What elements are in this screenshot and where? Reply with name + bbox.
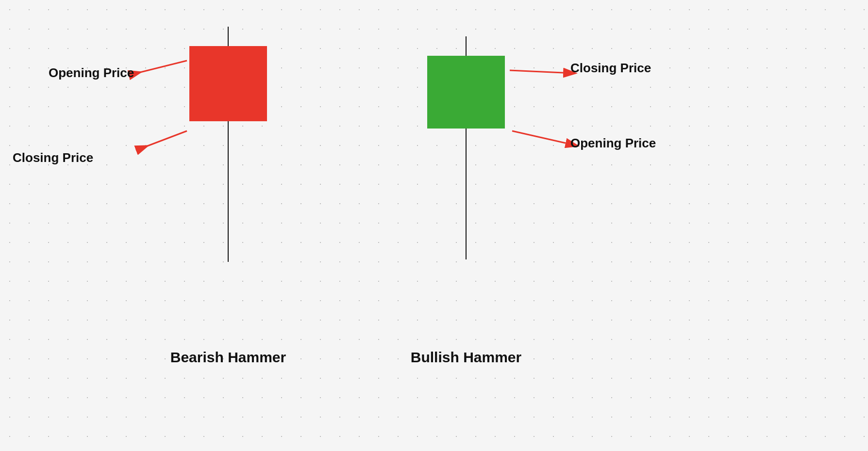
bullish-opening-arrow <box>512 131 566 143</box>
bullish-body <box>427 56 505 129</box>
bullish-upper-wick <box>466 36 467 56</box>
bullish-closing-arrow <box>510 70 563 73</box>
bearish-body <box>189 46 267 121</box>
bullish-hammer-title: Bullish Hammer <box>398 349 534 366</box>
bullish-opening-price-label: Opening Price <box>570 136 656 151</box>
bearish-opening-price-label: Opening Price <box>49 65 134 81</box>
bearish-candle <box>189 46 267 121</box>
bearish-upper-wick <box>228 27 229 46</box>
bearish-closing-arrow <box>136 131 187 150</box>
bullish-closing-price-label: Closing Price <box>570 61 651 76</box>
bullish-lower-wick <box>466 129 467 259</box>
bearish-hammer-title: Bearish Hammer <box>160 349 296 366</box>
bearish-lower-wick <box>228 121 229 262</box>
diagram-container: Opening Price Closing Price Closing Pric… <box>0 0 868 451</box>
bearish-opening-arrow <box>129 61 187 75</box>
bearish-closing-price-label: Closing Price <box>13 150 93 165</box>
bullish-candle <box>427 56 505 129</box>
